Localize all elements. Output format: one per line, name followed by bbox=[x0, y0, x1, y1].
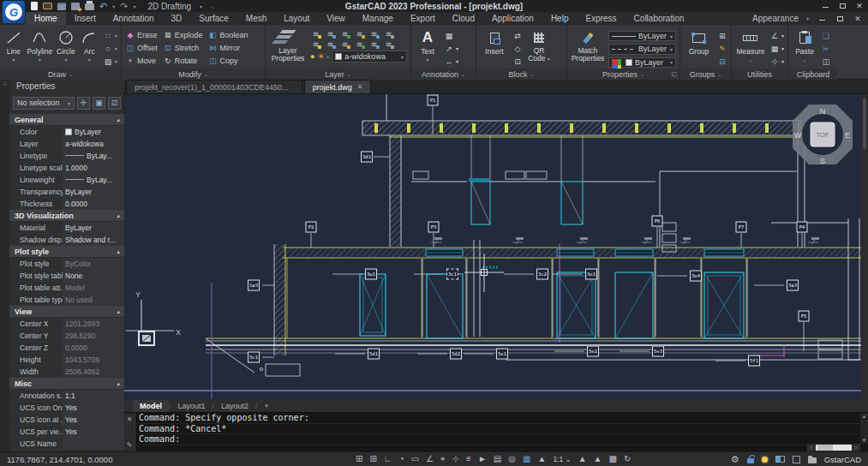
polyline-button[interactable]: Polyline▾ bbox=[27, 27, 52, 68]
palette-row[interactable]: Height 1043.5709 bbox=[9, 354, 124, 366]
marker-label[interactable]: 5e2 bbox=[587, 346, 599, 357]
restore-button[interactable] bbox=[837, 1, 847, 10]
status-icon[interactable]: ◎ bbox=[508, 452, 516, 466]
ribbon-tab[interactable]: Cloud bbox=[444, 12, 483, 25]
boolean-button[interactable]: ◧Boolean bbox=[207, 29, 248, 40]
scroll-right-icon[interactable]: › bbox=[852, 445, 860, 451]
block-edit-button[interactable]: ⇄ bbox=[512, 30, 523, 41]
gstarcad-logo-icon[interactable]: G bbox=[3, 1, 25, 23]
ribbon-close-button[interactable]: ✕ bbox=[853, 14, 863, 23]
cut-button[interactable]: ✂ bbox=[821, 43, 831, 54]
marker-label[interactable]: P2 bbox=[306, 222, 317, 233]
match-properties-button[interactable]: MatchProperties bbox=[571, 27, 605, 68]
marker-label[interactable]: 1a3 bbox=[248, 280, 260, 291]
layer-off-icon[interactable]: ≋ bbox=[310, 40, 321, 49]
group-edit-button[interactable]: ✎ bbox=[717, 43, 727, 54]
status-icon[interactable]: ▭ bbox=[411, 452, 419, 466]
palette-row[interactable]: Center Z 0.0000 bbox=[9, 342, 124, 354]
marker-label[interactable]: 5e1 bbox=[496, 349, 508, 360]
print-icon[interactable] bbox=[85, 3, 94, 10]
layer-thaw-icon[interactable]: ≋ bbox=[325, 40, 336, 49]
undo-icon[interactable]: ↶ bbox=[99, 2, 107, 10]
status-icon[interactable]: ∠ bbox=[426, 452, 434, 466]
select-objects-icon[interactable]: ▣ bbox=[93, 97, 105, 110]
undo-dropdown-icon[interactable]: ▾ bbox=[112, 3, 115, 9]
palette-row[interactable]: Material ByLayer bbox=[9, 222, 124, 234]
ribbon-tab[interactable]: Collaboration bbox=[626, 12, 693, 25]
status-icon[interactable]: ⌖ bbox=[440, 452, 446, 466]
palette-row[interactable]: 3D Visualization ▴ bbox=[9, 210, 124, 222]
dimension-button[interactable]: ↔▾ bbox=[444, 56, 458, 67]
quick-select-icon[interactable]: ✛ bbox=[77, 97, 90, 110]
layer-match-icon[interactable]: ≋ bbox=[383, 30, 394, 39]
bulb-icon[interactable] bbox=[762, 457, 768, 463]
redo-icon[interactable]: ↷ bbox=[120, 2, 128, 10]
marker-label[interactable]: 3w1 bbox=[365, 269, 377, 280]
palette-row[interactable]: Color ByLayer bbox=[9, 126, 124, 138]
marker-label[interactable]: 3e1 bbox=[585, 269, 597, 280]
layout-tab[interactable]: Layout2 bbox=[214, 400, 255, 412]
status-icon[interactable]: ⊞ bbox=[356, 452, 362, 466]
settings-gear-icon[interactable]: ⚙ bbox=[731, 454, 739, 465]
command-window[interactable]: ✕ ✎ Command: Specify opposite corner:Com… bbox=[124, 412, 868, 451]
save-icon[interactable] bbox=[57, 3, 66, 10]
layer-isolate-icon[interactable]: ≋ bbox=[368, 30, 380, 39]
leader-button[interactable]: ↗▾ bbox=[444, 43, 458, 54]
mirror-button[interactable]: ⋈Mirror bbox=[207, 42, 248, 53]
status-icon[interactable]: ◔ bbox=[399, 452, 404, 466]
marker-label[interactable]: 3e4 bbox=[690, 271, 702, 282]
marker-label[interactable]: 5d2 bbox=[450, 349, 462, 360]
workspace-folder-icon[interactable] bbox=[808, 457, 817, 463]
status-icon[interactable]: ▩ bbox=[609, 452, 617, 466]
save-as-icon[interactable] bbox=[71, 3, 80, 10]
palette-row[interactable]: UCS per vie... Yes bbox=[9, 426, 124, 438]
layout-tab[interactable]: + bbox=[258, 400, 276, 412]
sun-icon[interactable]: ☀ bbox=[317, 52, 324, 61]
marker-label[interactable]: 5c1 bbox=[248, 352, 260, 363]
calculator-button[interactable]: ▦▾ bbox=[769, 43, 784, 54]
status-icon[interactable]: ≡ bbox=[466, 452, 471, 466]
panel-label-properties[interactable]: Properties⌄ bbox=[567, 69, 679, 80]
new-file-icon[interactable] bbox=[31, 2, 38, 10]
palette-row[interactable]: UCS icon at ... Yes bbox=[9, 414, 124, 426]
palette-row[interactable]: View ▴ bbox=[9, 306, 124, 318]
ribbon-tab[interactable]: View bbox=[318, 12, 354, 25]
ribbon-minimize-button[interactable] bbox=[817, 14, 827, 23]
point-tool-button[interactable]: ∷▾ bbox=[103, 30, 117, 41]
toggle-pickadd-icon[interactable]: ⊡ bbox=[108, 97, 121, 110]
appearance-menu[interactable]: Appearance bbox=[752, 14, 799, 23]
panel-label-layer[interactable]: Layer⌄ bbox=[266, 69, 410, 80]
document-tab[interactable]: projekt.dwg✕ bbox=[304, 80, 372, 93]
id-point-button[interactable]: ⊹▾ bbox=[769, 56, 784, 67]
palette-row[interactable]: Misc ▴ bbox=[9, 378, 124, 390]
palette-row[interactable]: UCS icon On Yes bbox=[9, 402, 124, 414]
marker-label[interactable]: 3a3 bbox=[787, 280, 799, 291]
ribbon-restore-button[interactable] bbox=[835, 14, 845, 23]
palette-grip[interactable]: ⁞⁞ bbox=[0, 80, 9, 451]
command-line[interactable]: Command: bbox=[135, 434, 860, 445]
arc-button[interactable]: Arc▾ bbox=[80, 27, 99, 68]
layer-freeze-icon[interactable]: ≋ bbox=[325, 30, 336, 39]
ribbon-tab[interactable]: Export bbox=[402, 12, 444, 25]
circle-button[interactable]: Circle▾ bbox=[56, 27, 75, 68]
group-select-button[interactable]: ⊟ bbox=[717, 56, 727, 67]
scroll-left-icon[interactable]: ‹ bbox=[807, 445, 816, 451]
marker-label[interactable]: 5e3 bbox=[652, 346, 664, 357]
copy-base-button[interactable]: ◫ bbox=[821, 56, 831, 67]
measure-button[interactable]: Measure⌄ bbox=[735, 27, 766, 68]
unlock-icon[interactable] bbox=[747, 458, 754, 463]
close-command-icon[interactable]: ✕ bbox=[127, 415, 133, 423]
status-icon[interactable]: ⊞ bbox=[369, 452, 376, 466]
status-icon[interactable]: 1:1 ⌄ bbox=[553, 452, 571, 466]
table-button[interactable]: ▦ bbox=[444, 30, 458, 41]
ribbon-tab[interactable]: Insert bbox=[66, 12, 105, 25]
marker-label[interactable]: 3c2 bbox=[536, 269, 548, 280]
paste-button[interactable]: Paste⌄ bbox=[792, 27, 817, 68]
layer-state-icon[interactable]: ≋ bbox=[383, 40, 394, 49]
ribbon-tab[interactable]: Annotation bbox=[105, 12, 163, 25]
lineweight-combo[interactable]: ByLayer▾ bbox=[608, 31, 676, 41]
status-icon[interactable]: ⊹ bbox=[452, 452, 459, 466]
erase-button[interactable]: ◆Erase bbox=[125, 29, 158, 40]
panel-label-clipboard[interactable]: Clipboard bbox=[788, 69, 838, 80]
layer-properties-button[interactable]: LayerProperties bbox=[269, 27, 307, 68]
